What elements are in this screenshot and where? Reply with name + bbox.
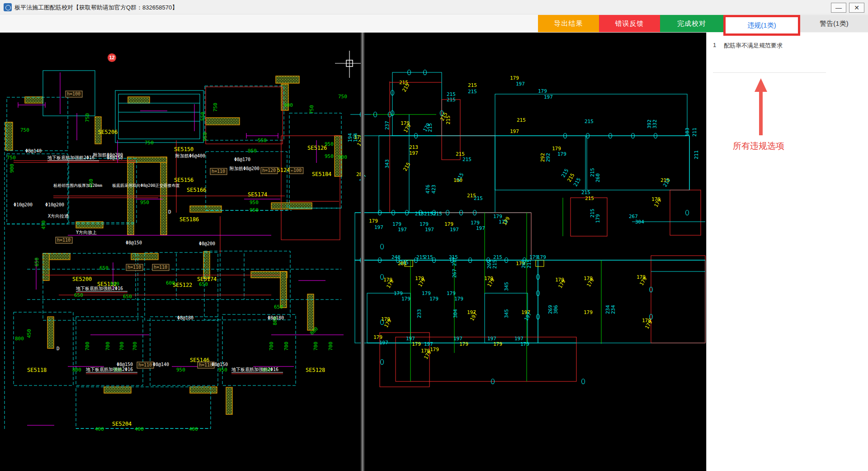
svg-text:215: 215 (424, 254, 433, 260)
svg-text:750: 750 (20, 127, 29, 133)
svg-text:板底筋采用双向Φ8@200正交搭接布置: 板底筋采用双向Φ8@200正交搭接布置 (112, 183, 180, 188)
svg-text:800: 800 (72, 367, 81, 373)
svg-text:800: 800 (15, 336, 24, 342)
cad-canvas[interactable]: SE5206SE5150SE5156SE5166SE5186SE5126SE51… (0, 33, 706, 471)
svg-text:650: 650 (123, 294, 132, 300)
svg-text:179: 179 (401, 296, 410, 302)
svg-text:750: 750 (212, 103, 218, 112)
svg-text:附加筋Φ8@200: 附加筋Φ8@200 (230, 166, 259, 171)
tab-warnings[interactable]: 警告(1类) (800, 15, 868, 32)
svg-text:215: 215 (433, 211, 442, 217)
svg-text:215: 215 (590, 168, 595, 177)
svg-text:423: 423 (431, 185, 437, 194)
svg-text:215: 215 (415, 211, 424, 217)
svg-text:197: 197 (510, 128, 519, 134)
svg-text:332: 332 (652, 119, 658, 128)
svg-text:SE5184: SE5184 (312, 171, 331, 177)
svg-text:950: 950 (140, 200, 149, 205)
svg-text:550: 550 (200, 112, 206, 121)
svg-text:179: 179 (430, 347, 439, 352)
app-window: 板平法施工图配筋校对【获取帮助请加官方Q群：832658570】 — ✕ 导出结… (0, 0, 868, 471)
svg-text:179: 179 (459, 341, 468, 347)
svg-text:197: 197 (409, 150, 418, 156)
svg-text:179: 179 (369, 218, 378, 224)
svg-text:900: 900 (9, 164, 15, 173)
violation-count-badge: 12 (108, 53, 116, 62)
svg-text:292: 292 (545, 153, 551, 162)
svg-text:750: 750 (145, 140, 154, 146)
svg-text:Φ8@200: Φ8@200 (199, 241, 215, 246)
title-bar: 板平法施工图配筋校对【获取帮助请加官方Q群：832658570】 — ✕ (0, 0, 868, 14)
svg-text:SE5186: SE5186 (179, 216, 199, 223)
svg-text:SE5156: SE5156 (174, 177, 193, 183)
svg-text:Φ10@200: Φ10@200 (45, 202, 64, 207)
minimize-button[interactable]: — (831, 3, 846, 13)
svg-text:Φ8@150: Φ8@150 (126, 240, 142, 245)
svg-text:附加筋Φ6@400: 附加筋Φ6@400 (175, 153, 205, 158)
svg-text:179: 179 (584, 309, 593, 315)
cad-drawing: SE5206SE5150SE5156SE5166SE5186SE5126SE51… (0, 33, 706, 471)
svg-text:237: 237 (384, 121, 390, 130)
svg-text:304: 304 (453, 309, 458, 318)
svg-text:Φ8@170: Φ8@170 (234, 157, 250, 162)
svg-text:SE5166: SE5166 (187, 187, 206, 193)
svg-text:179: 179 (520, 341, 529, 347)
svg-text:248: 248 (392, 254, 401, 260)
svg-text:地下板底筋加强筋2Φ16: 地下板底筋加强筋2Φ16 (85, 367, 133, 372)
svg-text:450: 450 (26, 329, 32, 338)
svg-text:215: 215 (492, 260, 498, 269)
svg-text:260: 260 (595, 173, 601, 182)
svg-text:400: 400 (284, 102, 293, 108)
svg-text:Φ8@180: Φ8@180 (177, 315, 193, 320)
svg-text:650: 650 (99, 265, 108, 271)
finish-check-button[interactable]: 完成校对 (660, 15, 723, 32)
svg-text:215: 215 (581, 190, 590, 195)
svg-text:地下板底筋加强筋2Φ16: 地下板底筋加强筋2Φ16 (231, 367, 278, 372)
svg-text:197: 197 (425, 227, 434, 233)
svg-text:Y方向放上: Y方向放上 (76, 230, 97, 235)
svg-text:h=110: h=110 (212, 169, 225, 174)
svg-text:215: 215 (468, 82, 477, 88)
svg-text:179: 179 (454, 296, 463, 302)
svg-text:215: 215 (585, 119, 594, 124)
svg-text:Φ10@200: Φ10@200 (14, 202, 33, 207)
svg-text:215: 215 (447, 97, 456, 103)
svg-text:Φ8@140: Φ8@140 (153, 362, 169, 367)
svg-text:234: 234 (610, 305, 616, 314)
svg-text:215: 215 (462, 157, 472, 162)
red-arrow-up-icon (751, 78, 771, 135)
svg-text:750: 750 (309, 105, 315, 114)
violation-index: 1 (713, 42, 716, 48)
svg-text:197: 197 (544, 94, 553, 100)
app-icon (4, 3, 12, 11)
svg-text:550: 550 (258, 138, 267, 143)
svg-text:SE5206: SE5206 (98, 129, 118, 135)
svg-text:281: 281 (398, 261, 407, 266)
svg-text:345: 345 (504, 309, 509, 318)
svg-text:306: 306 (553, 305, 559, 314)
svg-text:197: 197 (379, 340, 388, 346)
svg-text:179: 179 (493, 341, 502, 347)
svg-text:215: 215 (526, 259, 532, 268)
close-button[interactable]: ✕ (849, 3, 864, 13)
svg-text:215: 215 (517, 117, 526, 123)
export-results-button[interactable]: 导出结果 (538, 15, 599, 32)
error-feedback-button[interactable]: 错误反馈 (599, 15, 660, 32)
svg-text:SE5150: SE5150 (174, 146, 193, 152)
svg-text:650: 650 (34, 257, 40, 266)
panel-divider[interactable] (361, 33, 364, 471)
violation-list-item[interactable]: 1 配筋率不满足规范要求 12 (707, 33, 868, 58)
svg-text:650: 650 (274, 304, 283, 310)
svg-text:179: 179 (595, 214, 601, 223)
svg-text:215: 215 (445, 115, 451, 124)
tab-violations[interactable]: 违规(1类) (723, 15, 800, 36)
svg-text:附加筋Φ8@200: 附加筋Φ8@200 (93, 152, 123, 157)
svg-text:215: 215 (474, 195, 483, 201)
svg-text:900: 900 (338, 154, 347, 160)
svg-text:950: 950 (248, 148, 257, 154)
svg-text:233: 233 (416, 309, 422, 318)
svg-text:179: 179 (412, 341, 421, 347)
svg-text:215: 215 (590, 209, 595, 218)
svg-text:211: 211 (692, 128, 698, 137)
svg-text:Φ8@150: Φ8@150 (117, 362, 133, 367)
